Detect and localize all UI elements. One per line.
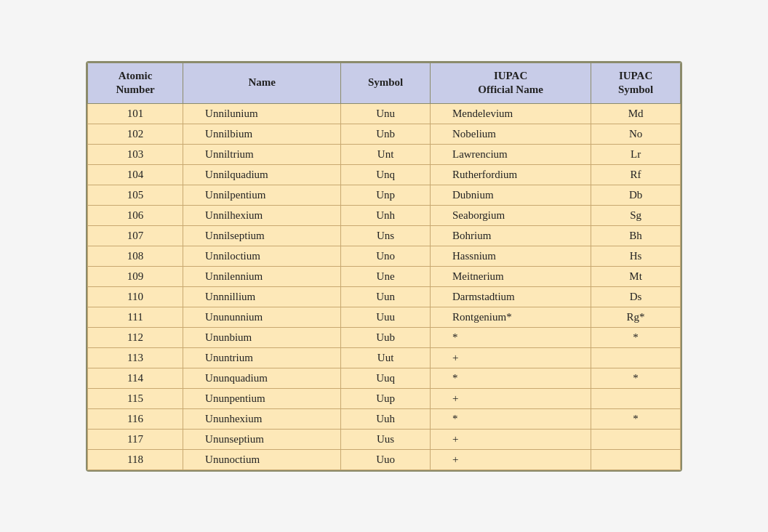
iupac-symbol-cell: Rg* — [591, 307, 681, 327]
iupac-name-cell: Rutherfordium — [430, 164, 591, 185]
symbol-cell: Uup — [341, 388, 431, 408]
symbol-cell: Unu — [341, 103, 431, 124]
symbol-cell: Uno — [341, 246, 431, 266]
iupac-symbol-cell: Lr — [591, 144, 681, 164]
table-header-row: AtomicNumber Name Symbol IUPACOfficial N… — [88, 63, 681, 103]
table-row: 110UnnnilliumUunDarmstadtiumDs — [88, 286, 681, 307]
symbol-cell: Unp — [341, 185, 431, 205]
atomic-number-cell: 110 — [88, 286, 183, 307]
iupac-name-cell: Meitnerium — [430, 266, 591, 286]
symbol-cell: Unt — [341, 144, 431, 164]
symbol-cell: Uun — [341, 286, 431, 307]
atomic-number-cell: 105 — [88, 185, 183, 205]
symbol-cell: Uuh — [341, 408, 431, 429]
iupac-name-cell: Bohrium — [430, 225, 591, 246]
atomic-number-cell: 117 — [88, 429, 183, 449]
iupac-name-cell: + — [430, 347, 591, 368]
table-row: 107UnnilseptiumUnsBohriumBh — [88, 225, 681, 246]
name-cell: Unniloctium — [183, 246, 341, 266]
iupac-symbol-cell: Rf — [591, 164, 681, 185]
iupac-symbol-cell: Sg — [591, 205, 681, 225]
name-cell: Unniltrium — [183, 144, 341, 164]
iupac-name-cell: * — [430, 327, 591, 347]
iupac-name-cell: Nobelium — [430, 124, 591, 144]
atomic-number-cell: 106 — [88, 205, 183, 225]
iupac-symbol-cell — [591, 449, 681, 469]
iupac-name-cell: Hassnium — [430, 246, 591, 266]
iupac-symbol-cell — [591, 429, 681, 449]
table-row: 109UnnilenniumUneMeitneriumMt — [88, 266, 681, 286]
name-cell: Unnilennium — [183, 266, 341, 286]
name-cell: Unnilhexium — [183, 205, 341, 225]
iupac-symbol-cell: Mt — [591, 266, 681, 286]
elements-table: AtomicNumber Name Symbol IUPACOfficial N… — [87, 63, 681, 470]
atomic-number-cell: 101 — [88, 103, 183, 124]
name-cell: Ununoctium — [183, 449, 341, 469]
iupac-name-cell: Darmstadtium — [430, 286, 591, 307]
iupac-name-cell: + — [430, 449, 591, 469]
periodic-table-wrapper: AtomicNumber Name Symbol IUPACOfficial N… — [86, 61, 682, 472]
iupac-symbol-cell: Ds — [591, 286, 681, 307]
col-header-name: Name — [183, 63, 341, 103]
atomic-number-cell: 111 — [88, 307, 183, 327]
col-header-iupac-symbol: IUPACSymbol — [591, 63, 681, 103]
symbol-cell: Uns — [341, 225, 431, 246]
name-cell: Ununbium — [183, 327, 341, 347]
iupac-symbol-cell: Hs — [591, 246, 681, 266]
iupac-symbol-cell — [591, 347, 681, 368]
atomic-number-cell: 102 — [88, 124, 183, 144]
iupac-name-cell: + — [430, 388, 591, 408]
name-cell: Ununtrium — [183, 347, 341, 368]
symbol-cell: Uub — [341, 327, 431, 347]
table-row: 108UnniloctiumUnoHassniumHs — [88, 246, 681, 266]
name-cell: Ununhexium — [183, 408, 341, 429]
name-cell: Unnilbium — [183, 124, 341, 144]
iupac-symbol-cell — [591, 388, 681, 408]
atomic-number-cell: 118 — [88, 449, 183, 469]
table-row: 114UnunquadiumUuq** — [88, 368, 681, 388]
iupac-name-cell: Lawrencium — [430, 144, 591, 164]
iupac-name-cell: * — [430, 408, 591, 429]
col-header-iupac-official-name: IUPACOfficial Name — [430, 63, 591, 103]
atomic-number-cell: 108 — [88, 246, 183, 266]
name-cell: Unnilpentium — [183, 185, 341, 205]
iupac-name-cell: Rontgenium* — [430, 307, 591, 327]
iupac-symbol-cell: Db — [591, 185, 681, 205]
table-row: 116UnunhexiumUuh** — [88, 408, 681, 429]
table-row: 113UnuntriumUut+ — [88, 347, 681, 368]
atomic-number-cell: 109 — [88, 266, 183, 286]
symbol-cell: Unh — [341, 205, 431, 225]
iupac-name-cell: Mendelevium — [430, 103, 591, 124]
iupac-symbol-cell: No — [591, 124, 681, 144]
symbol-cell: Uut — [341, 347, 431, 368]
name-cell: Unnnillium — [183, 286, 341, 307]
table-row: 104UnnilquadiumUnqRutherfordiumRf — [88, 164, 681, 185]
table-row: 115UnunpentiumUup+ — [88, 388, 681, 408]
symbol-cell: Une — [341, 266, 431, 286]
table-row: 102UnnilbiumUnbNobeliumNo — [88, 124, 681, 144]
iupac-name-cell: * — [430, 368, 591, 388]
atomic-number-cell: 103 — [88, 144, 183, 164]
symbol-cell: Unb — [341, 124, 431, 144]
iupac-symbol-cell: Md — [591, 103, 681, 124]
symbol-cell: Uuq — [341, 368, 431, 388]
table-row: 105UnnilpentiumUnpDubniumDb — [88, 185, 681, 205]
name-cell: Ununseptium — [183, 429, 341, 449]
atomic-number-cell: 116 — [88, 408, 183, 429]
atomic-number-cell: 112 — [88, 327, 183, 347]
atomic-number-cell: 113 — [88, 347, 183, 368]
table-row: 101UnniluniumUnuMendeleviumMd — [88, 103, 681, 124]
symbol-cell: Uuo — [341, 449, 431, 469]
table-row: 106UnnilhexiumUnhSeaborgiumSg — [88, 205, 681, 225]
table-row: 118UnunoctiumUuo+ — [88, 449, 681, 469]
iupac-name-cell: Dubnium — [430, 185, 591, 205]
name-cell: Ununpentium — [183, 388, 341, 408]
symbol-cell: Unq — [341, 164, 431, 185]
iupac-symbol-cell: * — [591, 408, 681, 429]
table-row: 103UnniltriumUntLawrenciumLr — [88, 144, 681, 164]
col-header-symbol: Symbol — [341, 63, 431, 103]
iupac-name-cell: + — [430, 429, 591, 449]
table-row: 112UnunbiumUub** — [88, 327, 681, 347]
iupac-symbol-cell: Bh — [591, 225, 681, 246]
name-cell: Unnilquadium — [183, 164, 341, 185]
